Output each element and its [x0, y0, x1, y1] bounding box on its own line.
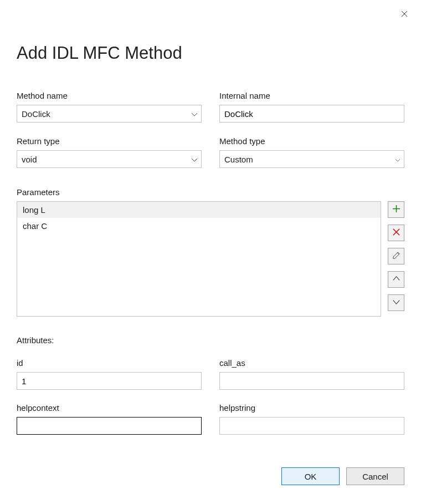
parameter-item[interactable]: char C: [17, 218, 381, 234]
page-title: Add IDL MFC Method: [17, 43, 404, 63]
helpstring-input[interactable]: [219, 417, 404, 435]
id-input[interactable]: [17, 372, 202, 390]
method-name-label: Method name: [17, 91, 202, 100]
pencil-icon: [392, 251, 401, 261]
plus-icon: [392, 205, 401, 215]
method-name-combo[interactable]: DoClick: [17, 105, 202, 123]
close-button[interactable]: [399, 9, 410, 20]
ok-button[interactable]: OK: [281, 467, 340, 485]
add-parameter-button[interactable]: [388, 201, 404, 218]
return-type-value: void: [22, 155, 37, 164]
call-as-label: call_as: [219, 358, 404, 368]
internal-name-input[interactable]: [219, 105, 404, 123]
x-icon: [392, 228, 401, 238]
parameters-label: Parameters: [17, 187, 404, 197]
call-as-input[interactable]: [219, 372, 404, 390]
close-icon: [401, 10, 408, 19]
parameters-list[interactable]: long Lchar C: [17, 201, 381, 317]
return-type-label: Return type: [17, 136, 202, 146]
method-type-select[interactable]: Custom: [219, 150, 404, 168]
move-down-button[interactable]: [388, 294, 404, 311]
parameter-item[interactable]: long L: [17, 202, 381, 218]
helpcontext-label: helpcontext: [17, 403, 202, 413]
remove-parameter-button[interactable]: [388, 225, 404, 241]
cancel-button-label: Cancel: [362, 472, 388, 481]
id-label: id: [17, 358, 202, 368]
method-type-value: Custom: [224, 155, 253, 164]
internal-name-label: Internal name: [219, 91, 404, 100]
return-type-combo[interactable]: void: [17, 150, 202, 168]
attributes-label: Attributes:: [17, 335, 404, 345]
cancel-button[interactable]: Cancel: [346, 467, 404, 485]
method-type-label: Method type: [219, 136, 404, 146]
ok-button-label: OK: [305, 472, 317, 481]
move-up-button[interactable]: [388, 271, 404, 288]
method-name-value: DoClick: [22, 109, 50, 119]
helpcontext-input[interactable]: [17, 417, 202, 435]
chevron-down-icon: [392, 298, 401, 308]
chevron-up-icon: [392, 274, 401, 284]
edit-parameter-button[interactable]: [388, 248, 404, 264]
helpstring-label: helpstring: [219, 403, 404, 413]
